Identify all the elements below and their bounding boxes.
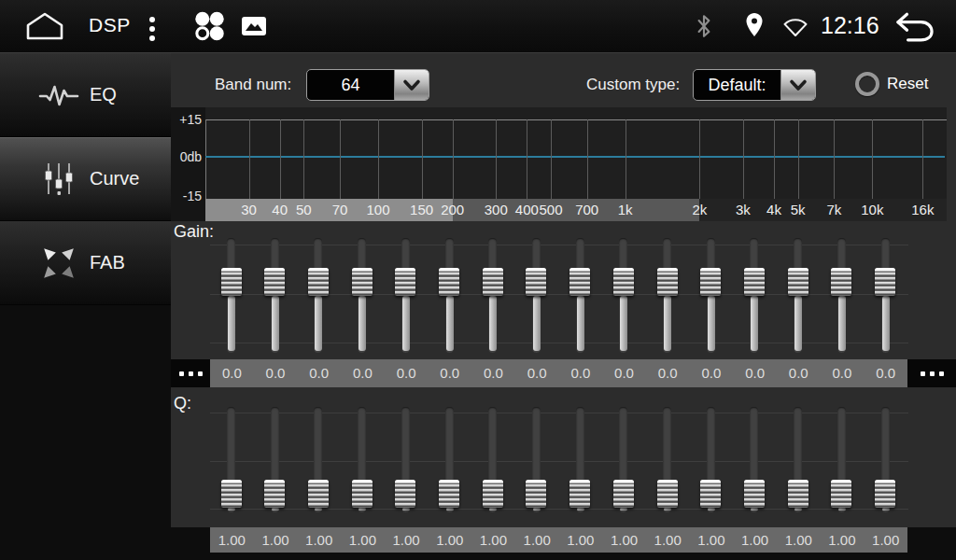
apps-icon[interactable]: [191, 9, 227, 48]
gain-slider[interactable]: [526, 238, 546, 353]
slider-knob[interactable]: [308, 268, 329, 296]
freq-tick-label: 1k: [618, 202, 633, 217]
slider-knob[interactable]: [264, 480, 285, 508]
grid-line: [280, 119, 281, 199]
slider-knob[interactable]: [483, 268, 503, 296]
slider-knob[interactable]: [831, 268, 851, 296]
gain-value: 0.0: [733, 359, 777, 387]
gain-slider[interactable]: [264, 238, 285, 353]
slider-knob[interactable]: [700, 480, 721, 508]
gain-slider[interactable]: [221, 238, 242, 353]
q-slider[interactable]: [744, 407, 765, 512]
slider-knob[interactable]: [613, 268, 634, 296]
q-value: 1.00: [297, 527, 341, 553]
chevron-down-icon[interactable]: [780, 70, 815, 100]
slider-knob[interactable]: [221, 268, 242, 296]
reset-radio-icon[interactable]: [855, 72, 879, 96]
y-tick-min: -15: [183, 189, 202, 203]
slider-rail-lower: [882, 508, 890, 511]
q-slider[interactable]: [221, 407, 242, 512]
slider-knob[interactable]: [569, 268, 590, 296]
gain-slider[interactable]: [352, 238, 373, 353]
q-slider[interactable]: [308, 407, 329, 512]
q-slider[interactable]: [875, 407, 895, 512]
slider-knob[interactable]: [700, 268, 721, 296]
q-slider[interactable]: [788, 407, 808, 512]
reset-button[interactable]: Reset: [855, 72, 928, 96]
gallery-icon[interactable]: [241, 16, 267, 40]
q-value: 1.00: [341, 527, 385, 553]
sidebar-item-eq[interactable]: EQ: [0, 53, 171, 137]
overflow-menu-icon[interactable]: [149, 13, 155, 45]
slider-knob[interactable]: [613, 480, 634, 508]
slider-knob[interactable]: [657, 480, 678, 508]
scroll-bands-left-button[interactable]: [171, 359, 210, 387]
gain-value: 0.0: [254, 359, 298, 387]
slider-knob[interactable]: [788, 268, 808, 296]
slider-knob[interactable]: [264, 268, 285, 296]
q-slider[interactable]: [613, 407, 634, 512]
gain-slider[interactable]: [483, 238, 503, 353]
gain-slider[interactable]: [875, 238, 895, 353]
freq-tick-label: 500: [539, 202, 562, 217]
sidebar-item-label: FAB: [90, 252, 125, 273]
grid-line: [527, 119, 527, 199]
slider-knob[interactable]: [831, 480, 851, 508]
q-slider[interactable]: [483, 407, 503, 512]
frequency-axis-strip[interactable]: 304050701001502003004005007001k2k3k4k5k7…: [205, 199, 947, 221]
slider-knob[interactable]: [875, 480, 895, 508]
bluetooth-icon: [695, 13, 713, 43]
home-icon[interactable]: [24, 11, 65, 45]
slider-knob[interactable]: [439, 480, 459, 508]
band-num-value: 64: [307, 70, 394, 100]
q-slider[interactable]: [264, 407, 285, 512]
gain-slider[interactable]: [831, 238, 851, 353]
gain-slider[interactable]: [395, 238, 415, 353]
slider-knob[interactable]: [875, 268, 895, 296]
slider-knob[interactable]: [526, 480, 546, 508]
slider-rail-lower: [838, 508, 846, 511]
back-icon[interactable]: [894, 11, 935, 47]
slider-knob[interactable]: [308, 480, 329, 508]
slider-rail-lower: [446, 296, 454, 351]
custom-type-select[interactable]: Default:: [693, 69, 816, 101]
slider-knob[interactable]: [439, 268, 459, 296]
slider-knob[interactable]: [221, 480, 242, 508]
slider-knob[interactable]: [526, 268, 546, 296]
gain-value: 0.0: [297, 359, 341, 387]
q-slider[interactable]: [569, 407, 590, 512]
q-slider[interactable]: [657, 407, 678, 512]
q-slider[interactable]: [395, 407, 415, 512]
gain-slider[interactable]: [308, 238, 329, 353]
gain-slider[interactable]: [439, 238, 459, 353]
q-slider[interactable]: [352, 407, 373, 512]
q-slider[interactable]: [831, 407, 851, 512]
q-slider[interactable]: [439, 407, 459, 512]
slider-knob[interactable]: [569, 480, 590, 508]
sidebar-item-fab[interactable]: FAB: [0, 221, 171, 305]
slider-knob[interactable]: [657, 268, 678, 296]
slider-knob[interactable]: [744, 480, 765, 508]
slider-rail-lower: [664, 296, 671, 351]
gain-slider[interactable]: [569, 238, 590, 353]
slider-knob[interactable]: [395, 480, 415, 508]
slider-knob[interactable]: [788, 480, 808, 508]
freq-tick-label: 40: [272, 202, 288, 217]
slider-knob[interactable]: [352, 480, 373, 508]
gain-slider[interactable]: [744, 238, 765, 353]
q-slider[interactable]: [526, 407, 546, 512]
q-slider[interactable]: [700, 407, 721, 512]
slider-knob[interactable]: [395, 268, 415, 296]
freq-tick-label: 70: [332, 202, 348, 217]
sidebar-item-curve[interactable]: Curve: [0, 137, 171, 221]
slider-knob[interactable]: [483, 480, 503, 508]
band-num-select[interactable]: 64: [306, 69, 429, 101]
chevron-down-icon[interactable]: [394, 70, 429, 100]
scroll-bands-right-button[interactable]: [907, 359, 956, 387]
slider-knob[interactable]: [352, 268, 373, 296]
gain-slider[interactable]: [700, 238, 721, 353]
gain-slider[interactable]: [657, 238, 678, 353]
slider-knob[interactable]: [744, 268, 765, 296]
gain-slider[interactable]: [788, 238, 808, 353]
gain-slider[interactable]: [613, 238, 634, 353]
